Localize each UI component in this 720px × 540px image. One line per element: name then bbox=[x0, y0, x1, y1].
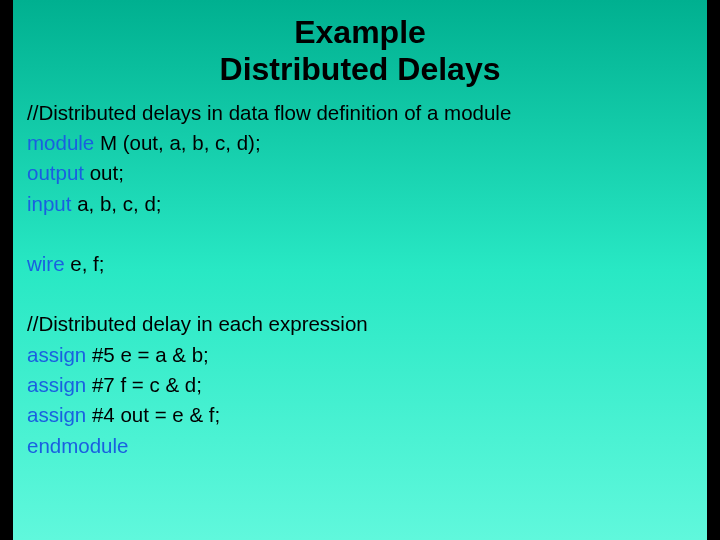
code-text: e, f; bbox=[65, 252, 105, 275]
code-line-output: output out; bbox=[27, 158, 707, 188]
code-line-comment1: //Distributed delays in data flow defini… bbox=[27, 98, 707, 128]
keyword-wire: wire bbox=[27, 252, 65, 275]
keyword-module: module bbox=[27, 131, 94, 154]
title-line-1: Example bbox=[13, 14, 707, 51]
code-text: #7 f = c & d; bbox=[86, 373, 202, 396]
keyword-assign: assign bbox=[27, 373, 86, 396]
code-line-comment2: //Distributed delay in each expression bbox=[27, 309, 707, 339]
code-line-input: input a, b, c, d; bbox=[27, 189, 707, 219]
keyword-output: output bbox=[27, 161, 84, 184]
code-line-assign2: assign #7 f = c & d; bbox=[27, 370, 707, 400]
code-text: #4 out = e & f; bbox=[86, 403, 220, 426]
keyword-endmodule: endmodule bbox=[27, 434, 128, 457]
code-line-assign1: assign #5 e = a & b; bbox=[27, 340, 707, 370]
slide-title: Example Distributed Delays bbox=[13, 0, 707, 98]
slide: Example Distributed Delays //Distributed… bbox=[13, 0, 707, 540]
keyword-assign: assign bbox=[27, 343, 86, 366]
keyword-input: input bbox=[27, 192, 71, 215]
code-text: out; bbox=[84, 161, 124, 184]
code-text: #5 e = a & b; bbox=[86, 343, 209, 366]
blank-line bbox=[27, 279, 707, 309]
code-line-assign3: assign #4 out = e & f; bbox=[27, 400, 707, 430]
code-block: //Distributed delays in data flow defini… bbox=[13, 98, 707, 461]
keyword-assign: assign bbox=[27, 403, 86, 426]
code-text: M (out, a, b, c, d); bbox=[94, 131, 260, 154]
title-line-2: Distributed Delays bbox=[13, 51, 707, 88]
code-line-module: module M (out, a, b, c, d); bbox=[27, 128, 707, 158]
code-line-endmodule: endmodule bbox=[27, 431, 707, 461]
blank-line bbox=[27, 219, 707, 249]
code-text: a, b, c, d; bbox=[71, 192, 161, 215]
code-line-wire: wire e, f; bbox=[27, 249, 707, 279]
